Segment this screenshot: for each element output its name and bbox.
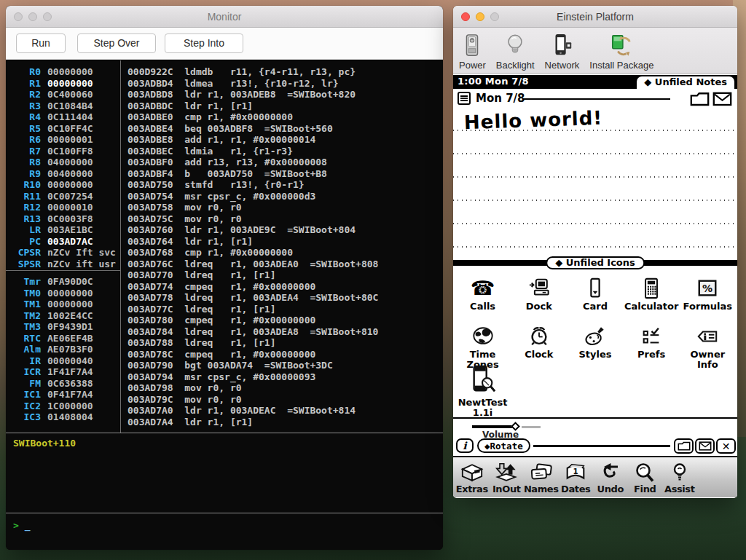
envelope-button[interactable] (695, 438, 715, 454)
close-drawer-button[interactable]: ✕ (716, 438, 736, 454)
app-item[interactable]: Styles (567, 324, 623, 370)
app-item[interactable]: Dock (511, 276, 567, 312)
note-canvas[interactable]: Hello world! (453, 109, 737, 260)
disassembly-line: 003ADBD8 ldr r1, 003ADEB8 =SWIBoot+820 (127, 89, 443, 100)
dock-item[interactable]: Extras (455, 461, 490, 494)
disassembly-line: 003AD7A4 ldr r1, [r1] (127, 417, 443, 428)
dock-item[interactable]: Names (524, 461, 559, 494)
symbol-label: SWIBoot+110 (13, 438, 76, 449)
disassembly-line: 003AD76C ldreq r1, 003ADEA0 =SWIBoot+808 (127, 259, 443, 270)
app-item[interactable]: ☎ Calls (455, 276, 511, 312)
controls-line (533, 445, 670, 447)
extras-icon (460, 461, 484, 484)
calculator-icon (640, 276, 662, 299)
toolbar-item[interactable]: Install Package (589, 31, 653, 71)
close-button[interactable] (461, 12, 470, 21)
rotate-button[interactable]: ◆Rotate (477, 438, 530, 453)
app-item[interactable]: Calculator (624, 276, 680, 312)
dock-item[interactable]: Find (628, 461, 663, 494)
note-menu-icon[interactable] (458, 92, 471, 105)
app-label: Dock (526, 301, 552, 312)
register-row: TM21002E4CC (6, 310, 120, 322)
monitor-traffic-lights (14, 12, 52, 21)
einstein-traffic-lights (461, 12, 499, 21)
app-item[interactable]: Owner Info (680, 324, 736, 370)
install-icon (609, 31, 634, 59)
monitor-titlebar: Monitor (6, 6, 443, 28)
register-row: R1200000010 (6, 202, 120, 213)
register-row: TM000000000 (6, 288, 120, 299)
svg-text:%: % (702, 283, 712, 294)
dock-item[interactable]: Assist (662, 461, 697, 494)
register-row: FM0C636388 (6, 378, 120, 390)
extras-drawer: ☎ Calls Dock Card Calculator % Formulas (453, 266, 737, 417)
app-item[interactable]: Card (567, 276, 623, 312)
toolbar-item-label: Install Package (589, 60, 653, 71)
register-row: CPSRnZCv Ift svc (6, 247, 120, 259)
disassembly-line: 003ADBE8 add r1, r1, #0x00000014 (127, 134, 443, 146)
dock-item-label: Dates (561, 484, 590, 494)
minimize-button[interactable] (476, 12, 484, 21)
register-row: R70C100FF8 (6, 146, 120, 157)
close-button[interactable] (14, 12, 23, 21)
command-prompt[interactable]: > _ (13, 520, 30, 531)
disassembly-line: 003ADBE4 beq 003ADBF8 =SWIBoot+560 (127, 123, 443, 135)
unfiled-notes-tab[interactable]: ◆ Unfiled Notes (635, 75, 736, 89)
register-row: R1000000000 (6, 179, 120, 191)
toolbar-item[interactable]: Power (459, 31, 486, 71)
register-row: LR003AE1BC (6, 224, 120, 236)
network-icon (549, 31, 574, 59)
app-item[interactable]: % Formulas (680, 276, 736, 312)
app-item[interactable]: Prefs (624, 324, 680, 370)
app-item[interactable]: Time Zones (455, 324, 511, 370)
disassembly-line: 003AD774 cmpeq r1, #0x00000000 (127, 281, 443, 293)
app-item[interactable]: NewtTest 1.1i (455, 365, 511, 418)
dock-item-label: InOut (492, 484, 521, 494)
disassembly-line: 003ADBF4 b 003AD750 =SWIBoot+B8 (127, 168, 443, 180)
note-header: Mon 7/8 (453, 89, 737, 109)
disassembly-line: 003ADBDC ldr r1, [r1] (127, 100, 443, 112)
find-icon (633, 461, 656, 484)
step-into-button[interactable]: Step Into (165, 33, 243, 53)
folder-button[interactable] (674, 438, 694, 454)
monitor-console: R000000000R100000000R20C400060R30C1084B4… (6, 60, 443, 550)
folder-icon[interactable] (690, 92, 710, 106)
register-row: Tmr0FA90D0C (6, 276, 120, 288)
minimize-button[interactable] (28, 12, 37, 21)
einstein-toolbar: Power Backlight Network Install Package (453, 28, 737, 74)
disassembly-line: 003AD75C mov r0, r0 (127, 213, 443, 225)
prefs-icon (640, 324, 662, 347)
rule-line (453, 200, 737, 201)
disassembly-line: 003AD78C cmpeq r1, #0x00000000 (127, 349, 443, 360)
dock-item[interactable]: Undo (593, 461, 628, 494)
disassembly-line: 003AD794 msr cpsr_c, #0x00000093 (127, 371, 443, 383)
note-separator-line (523, 98, 670, 100)
disassembly-line: 003AD780 cmpeq r1, #0x00000000 (127, 315, 443, 326)
register-row: SPSRnZCv ift usr (6, 259, 120, 270)
disassembly-line: 003AD7A0 ldr r1, 003ADEAC =SWIBoot+814 (127, 405, 443, 417)
toolbar-item[interactable]: Backlight (496, 31, 535, 71)
dock-item-label: Extras (456, 484, 488, 494)
envelope-icon[interactable] (712, 92, 732, 106)
dock-item-label: Undo (597, 484, 624, 494)
prompt-divider (6, 513, 443, 513)
clock-icon (528, 324, 550, 347)
newttest-icon (469, 365, 497, 395)
status-clock: 1:00 Mon 7/8 (458, 76, 529, 87)
dock-item[interactable]: 1 Dates (559, 461, 594, 494)
toolbar-item[interactable]: Network (545, 31, 580, 71)
dock-item[interactable]: InOut (490, 461, 525, 494)
rule-line (453, 223, 737, 224)
monitor-toolbar: Run Step Over Step Into (6, 28, 443, 60)
zoom-button[interactable] (43, 12, 52, 21)
step-over-button[interactable]: Step Over (77, 33, 156, 53)
register-row: R804000000 (6, 157, 120, 168)
run-button[interactable]: Run (16, 33, 66, 53)
zoom-button[interactable] (490, 12, 499, 21)
info-button[interactable]: i (456, 438, 474, 453)
styles-icon (584, 324, 606, 347)
register-row: R130C0003F8 (6, 213, 120, 225)
rule-line (453, 176, 737, 178)
unfiled-icons-tab[interactable]: ◆ Unfiled Icons (546, 256, 645, 269)
app-item[interactable]: Clock (511, 324, 567, 370)
